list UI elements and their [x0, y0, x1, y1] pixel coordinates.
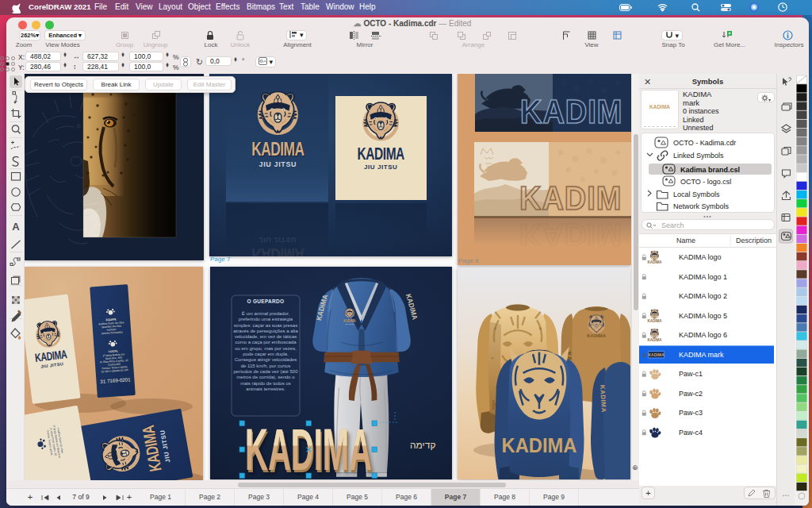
svg-text:A: A: [12, 221, 20, 233]
svg-text:KADIMA logo: KADIMA logo: [679, 253, 722, 261]
svg-text:KADIM: KADIM: [520, 93, 623, 129]
svg-text:Paw-c1: Paw-c1: [679, 370, 703, 378]
svg-text:KADIMA mark: KADIMA mark: [679, 351, 724, 359]
svg-text:KADIMA logo 6: KADIMA logo 6: [679, 331, 727, 339]
svg-text:KADIMA logo 1: KADIMA logo 1: [679, 273, 727, 281]
svg-text:KADIMA logo 5: KADIMA logo 5: [679, 312, 727, 320]
svg-text:Paw-c3: Paw-c3: [679, 409, 703, 417]
svg-text:Paw-c2: Paw-c2: [679, 390, 703, 398]
svg-text:Paw-c4: Paw-c4: [679, 429, 703, 437]
svg-text:⋯: ⋯: [783, 491, 790, 499]
svg-text:KADIMA logo 2: KADIMA logo 2: [679, 292, 727, 300]
svg-text:KADIMA: KADIMA: [599, 385, 607, 413]
svg-text:KADIMA: KADIMA: [502, 435, 577, 457]
svg-text:KADIMA: KADIMA: [648, 338, 663, 342]
svg-text:KADIMA: KADIMA: [648, 319, 663, 323]
svg-text:KADIM: KADIM: [519, 179, 622, 216]
svg-text:KADIMA: KADIMA: [648, 260, 663, 264]
svg-text:KADIMA: KADIMA: [649, 352, 665, 357]
svg-text:KADIMA: KADIMA: [587, 333, 606, 338]
